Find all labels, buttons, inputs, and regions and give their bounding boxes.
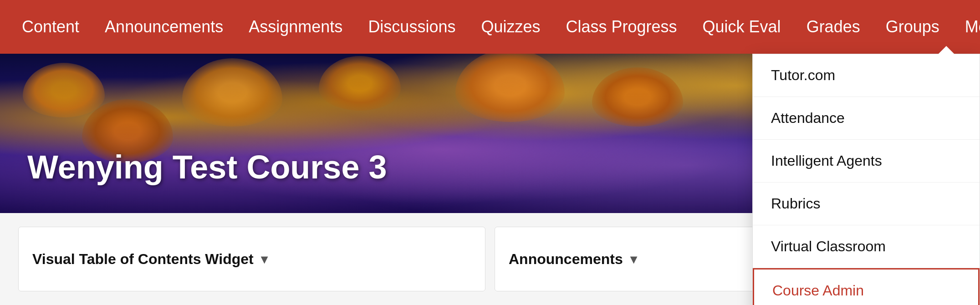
more-dropdown: Tutor.com Attendance Intelligent Agents … (752, 54, 980, 305)
nav-class-progress[interactable]: Class Progress (553, 0, 689, 54)
nav-quizzes[interactable]: Quizzes (468, 0, 553, 54)
jellyfish-4 (319, 56, 401, 111)
nav-grades[interactable]: Grades (794, 0, 873, 54)
dropdown-item-tutor[interactable]: Tutor.com (753, 54, 980, 97)
chevron-down-icon: ▾ (630, 252, 637, 267)
visual-toc-header[interactable]: Visual Table of Contents Widget ▾ (19, 239, 485, 279)
jellyfish-3 (182, 58, 282, 127)
nav-announcements[interactable]: Announcements (92, 0, 236, 54)
chevron-down-icon: ▾ (261, 252, 267, 267)
dropdown-item-virtual-classroom[interactable]: Virtual Classroom (753, 225, 980, 268)
visual-toc-widget: Visual Table of Contents Widget ▾ (18, 227, 485, 291)
nav-content[interactable]: Content (9, 0, 92, 54)
visual-toc-label: Visual Table of Contents Widget (32, 251, 254, 268)
dropdown-item-course-admin[interactable]: Course Admin (753, 268, 980, 305)
dropdown-item-intelligent-agents[interactable]: Intelligent Agents (753, 140, 980, 183)
dropdown-item-rubrics[interactable]: Rubrics (753, 183, 980, 225)
more-label: More (965, 17, 980, 36)
announcements-label: Announcements (509, 251, 623, 268)
nav-discussions[interactable]: Discussions (355, 0, 468, 54)
navbar: Content Announcements Assignments Discus… (0, 0, 980, 54)
jellyfish-5 (455, 54, 565, 122)
dropdown-arrow (938, 46, 954, 54)
jellyfish-1 (23, 63, 105, 117)
dropdown-item-attendance[interactable]: Attendance (753, 97, 980, 140)
course-title: Wenying Test Course 3 (27, 148, 387, 186)
jellyfish-6 (592, 67, 683, 127)
nav-assignments[interactable]: Assignments (236, 0, 355, 54)
nav-more[interactable]: More ▾ (952, 0, 980, 54)
nav-quick-eval[interactable]: Quick Eval (690, 0, 794, 54)
